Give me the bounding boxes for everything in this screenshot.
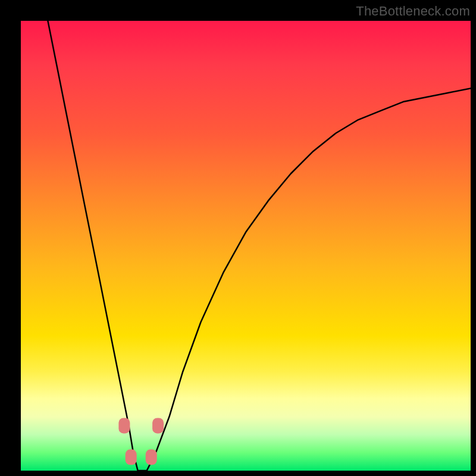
chart-plot-area bbox=[21, 21, 471, 471]
attribution-watermark: TheBottleneck.com bbox=[356, 4, 470, 19]
